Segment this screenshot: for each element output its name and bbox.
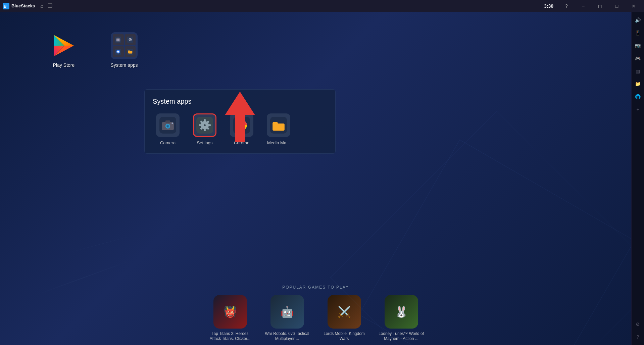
system-apps-folder (111, 32, 138, 59)
looney-tunes-icon: 🐰 (385, 295, 418, 329)
war-robots-emoji: 🤖 (281, 305, 294, 318)
sidebar-camera-icon[interactable]: 📷 (633, 40, 643, 51)
sidebar-help-icon[interactable]: ? (633, 332, 643, 342)
svg-point-4 (117, 39, 119, 41)
app-logo: B BlueStacks (3, 3, 35, 9)
svg-point-8 (130, 39, 131, 40)
war-robots-icon: 🤖 (270, 295, 304, 329)
game-war-robots[interactable]: 🤖 War Robots. 6v6 Tactical Multiplayer .… (264, 295, 311, 342)
settings-app[interactable]: Settings (190, 113, 220, 145)
svg-rect-5 (117, 38, 119, 39)
play-store-label: Play Store (53, 62, 75, 68)
system-apps-icon[interactable]: System apps (107, 32, 141, 68)
tap-titans-icon: 👹 (213, 295, 247, 329)
system-apps-popup: System apps (144, 89, 336, 154)
svg-rect-43 (273, 122, 278, 125)
system-apps-icon-img (111, 32, 138, 59)
folder-chrome-mini (113, 46, 124, 57)
lords-mobile-emoji: ⚔️ (338, 305, 351, 318)
bluestacks-logo-icon: B (3, 3, 9, 9)
svg-rect-26 (204, 128, 206, 131)
tap-titans-label: Tap Titans 2: Heroes Attack Titans. Clic… (207, 331, 254, 342)
play-store-icon[interactable]: Play Store (47, 32, 81, 68)
sidebar-gamepad-icon[interactable]: 🎮 (633, 53, 643, 64)
camera-svg (159, 117, 176, 134)
sidebar-folder-icon[interactable]: 📁 (633, 79, 643, 89)
game-tap-titans[interactable]: 👹 Tap Titans 2: Heroes Attack Titans. Cl… (207, 295, 254, 342)
sidebar-globe-icon[interactable]: 🌐 (633, 91, 643, 102)
app-name: BlueStacks (11, 3, 35, 8)
android-screen: Play Store (0, 12, 631, 345)
sidebar-settings-icon[interactable]: ⚙ (633, 319, 643, 330)
right-sidebar: 🔊 📱 📷 🎮 ▤ 📁 🌐 + ⚙ ? (631, 12, 644, 345)
svg-rect-20 (165, 120, 170, 123)
help-button[interactable]: ? (559, 0, 574, 12)
sidebar-layers-icon[interactable]: ▤ (633, 66, 643, 77)
settings-label: Settings (197, 140, 213, 145)
lords-mobile-icon: ⚔️ (328, 295, 361, 329)
restore-button[interactable]: ◻ (592, 0, 608, 12)
folder-settings-mini (125, 34, 136, 45)
arrow-svg (223, 92, 257, 142)
main-area: Play Store (0, 12, 644, 345)
sidebar-add-icon[interactable]: + (633, 104, 643, 115)
titlebar-nav: ⌂ ❐ (40, 3, 52, 9)
minimize-button[interactable]: − (576, 0, 591, 12)
war-robots-label: War Robots. 6v6 Tactical Multiplayer ... (264, 331, 311, 342)
system-apps-label: System apps (111, 62, 138, 68)
maximize-button[interactable]: □ (609, 0, 625, 12)
settings-icon-wrap (193, 113, 216, 137)
titlebar-right: 3:30 ? − ◻ □ ✕ (544, 0, 641, 12)
media-manager-label: Media Ma... (267, 140, 290, 145)
game-looney-tunes[interactable]: 🐰 Looney Tunes™ World of Mayhem - Action… (378, 295, 425, 342)
svg-point-11 (117, 51, 119, 52)
home-icon[interactable]: ⌂ (40, 3, 44, 9)
svg-marker-44 (225, 92, 255, 142)
play-store-icon-img (50, 32, 77, 59)
lords-mobile-label: Lords Mobile: Kingdom Wars (321, 331, 368, 342)
tap-titans-emoji: 👹 (224, 305, 237, 318)
popular-games-label: POPULAR GAMES TO PLAY (7, 285, 625, 290)
play-store-svg (50, 32, 77, 59)
popular-games-section: POPULAR GAMES TO PLAY 👹 Tap Titans 2: He… (0, 282, 631, 345)
looney-tunes-label: Looney Tunes™ World of Mayhem - Action .… (378, 331, 425, 342)
svg-rect-14 (128, 50, 130, 51)
desktop-icons: Play Store (47, 32, 141, 68)
svg-point-21 (171, 122, 173, 124)
sidebar-screen-icon[interactable]: 📱 (633, 28, 643, 38)
svg-rect-28 (208, 124, 211, 126)
folder-svg (270, 117, 287, 134)
games-row: 👹 Tap Titans 2: Heroes Attack Titans. Cl… (7, 295, 625, 342)
game-lords-mobile[interactable]: ⚔️ Lords Mobile: Kingdom Wars (321, 295, 368, 342)
camera-icon-wrap (156, 113, 180, 137)
svg-point-34 (204, 124, 206, 126)
svg-point-19 (167, 126, 168, 127)
media-manager-icon-wrap (267, 113, 290, 137)
settings-svg (196, 117, 213, 134)
sidebar-volume-icon[interactable]: 🔊 (633, 15, 643, 26)
camera-app[interactable]: Camera (153, 113, 183, 145)
media-manager-app[interactable]: Media Ma... (263, 113, 294, 145)
looney-tunes-emoji: 🐰 (395, 305, 408, 318)
folder-media-mini (125, 46, 136, 57)
svg-rect-25 (204, 119, 206, 122)
clock: 3:30 (544, 3, 553, 9)
red-arrow (223, 92, 257, 143)
copy-icon[interactable]: ❐ (48, 3, 52, 9)
folder-camera-mini (113, 34, 124, 45)
svg-rect-27 (199, 124, 202, 126)
svg-text:B: B (4, 4, 7, 9)
camera-label: Camera (160, 140, 176, 145)
titlebar: B BlueStacks ⌂ ❐ 3:30 ? − ◻ □ ✕ (0, 0, 644, 12)
close-button[interactable]: ✕ (626, 0, 641, 12)
